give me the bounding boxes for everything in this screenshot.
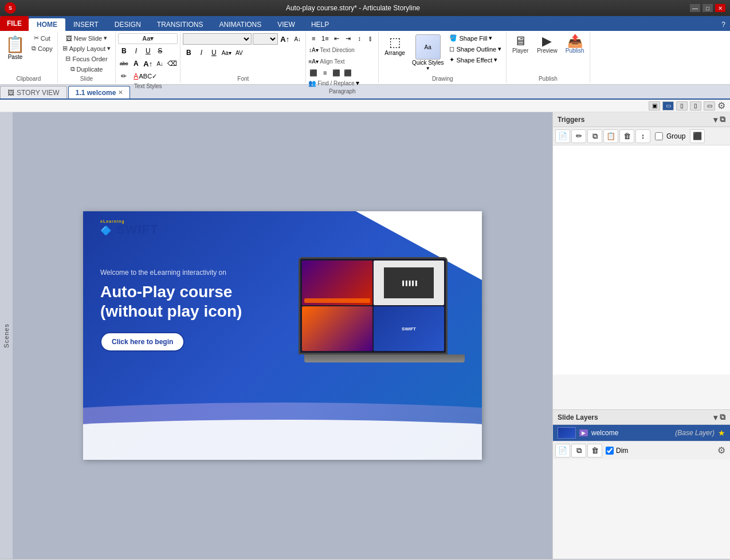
line-spacing-btn[interactable]: ↕: [354, 33, 364, 44]
triggers-extra-btn[interactable]: ⬛: [690, 129, 705, 143]
tab-view[interactable]: VIEW: [269, 18, 303, 31]
slide-tab-welcome[interactable]: 1.1 welcome ✕: [68, 86, 131, 98]
bold-btn2[interactable]: B: [183, 47, 194, 58]
find-replace-label[interactable]: Find / Replace: [317, 80, 354, 86]
tab-file[interactable]: FILE: [0, 16, 29, 31]
base-layer-item[interactable]: ▶ welcome (Base Layer) ★: [553, 425, 730, 441]
duplicate-button[interactable]: ⧉ Duplicate: [60, 64, 113, 74]
delete-layer-btn[interactable]: 🗑: [587, 444, 602, 458]
align-right-btn[interactable]: ⬛: [331, 68, 342, 78]
italic-btn2[interactable]: I: [195, 47, 207, 58]
tab-animations[interactable]: ANIMATIONS: [211, 18, 269, 31]
arrange-button[interactable]: ⬚ Arrange: [381, 33, 409, 58]
shape-outline-button[interactable]: ◻ Shape Outline▾: [447, 44, 504, 54]
font-size-dec[interactable]: A↓: [154, 58, 166, 69]
player-button[interactable]: 🖥 Player: [509, 33, 532, 56]
apply-layout-button[interactable]: ⊞ Apply Layout▾: [60, 44, 113, 53]
publish-button[interactable]: 📤 Publish: [563, 33, 587, 56]
numbering-btn[interactable]: 1≡: [320, 33, 330, 44]
preview-button[interactable]: ▶ Preview: [534, 33, 560, 56]
cut-icon: ✂: [34, 34, 39, 42]
columns-btn[interactable]: ⫿: [366, 33, 376, 44]
move-trigger-btn[interactable]: ↕: [635, 129, 650, 143]
text-styles-dropdown[interactable]: Aa▾: [118, 33, 178, 44]
slide-canvas[interactable]: eLearning 🔷 SWIFT Welcome to the eLearni…: [83, 211, 482, 460]
cut-button[interactable]: ✂ Cut: [29, 33, 55, 43]
shape-fill-button[interactable]: 🪣 Shape Fill▾: [447, 33, 504, 43]
layer-settings-btn[interactable]: ⚙: [715, 445, 728, 456]
font-size-select[interactable]: [253, 33, 278, 45]
close-button[interactable]: ✕: [715, 4, 725, 12]
layers-title: Slide Layers: [558, 413, 598, 421]
view-normal-btn[interactable]: ▣: [649, 101, 660, 111]
align-center-btn[interactable]: ≡: [320, 68, 330, 78]
help-icon[interactable]: ?: [717, 18, 730, 31]
layer-base-label: (Base Layer): [675, 429, 715, 437]
story-view-tab[interactable]: 🖼 STORY VIEW: [0, 86, 67, 98]
strikethrough-button[interactable]: S: [154, 45, 166, 57]
highlight-btn[interactable]: ✏: [118, 70, 129, 82]
case-btn[interactable]: Aa▾: [221, 47, 232, 58]
tab-transitions[interactable]: TRANSITIONS: [149, 18, 211, 31]
copy-button[interactable]: ⧉ Copy: [29, 44, 55, 53]
minimize-button[interactable]: —: [690, 4, 700, 12]
indent-dec-btn[interactable]: ⇤: [331, 33, 342, 44]
indent-inc-btn[interactable]: ⇥: [343, 33, 353, 44]
dim-checkbox[interactable]: [606, 447, 614, 455]
quick-styles-button[interactable]: Aa Quick Styles ▼: [411, 33, 445, 72]
underline-btn2[interactable]: U: [208, 47, 219, 58]
increase-font-btn[interactable]: A↑: [279, 33, 291, 45]
paste-button[interactable]: 📋 Paste: [2, 33, 28, 62]
align-left-btn[interactable]: ⬛: [308, 68, 319, 78]
layers-collapse-btn[interactable]: ▾: [713, 413, 717, 422]
shape-effect-button[interactable]: ✦ Shape Effect▾: [447, 55, 504, 65]
font-color-btn[interactable]: A: [130, 58, 142, 69]
view-settings-button[interactable]: ⚙: [717, 100, 725, 111]
maximize-button[interactable]: □: [702, 4, 713, 12]
italic-button[interactable]: I: [130, 45, 142, 57]
scenes-panel: Scenes: [0, 112, 13, 559]
tab-help[interactable]: HELP: [303, 18, 337, 31]
triggers-collapse-btn[interactable]: ▾: [713, 115, 717, 124]
new-slide-button[interactable]: 🖼 New Slide▾: [60, 33, 113, 43]
layer-visible-icon[interactable]: ★: [718, 428, 725, 437]
clear-format-btn[interactable]: ⌫: [166, 58, 178, 69]
abc-btn[interactable]: abc: [118, 58, 129, 69]
focus-order-button[interactable]: ⊟ Focus Order: [60, 54, 113, 64]
layers-dock-btn[interactable]: ⧉: [720, 412, 725, 422]
tab-insert[interactable]: INSERT: [65, 18, 107, 31]
new-layer-btn[interactable]: 📄: [555, 444, 570, 458]
tab-design[interactable]: DESIGN: [107, 18, 149, 31]
copy-trigger-btn[interactable]: ⧉: [587, 129, 602, 143]
slide-begin-button[interactable]: Click here to begin: [100, 332, 185, 352]
ribbon-group-clipboard: 📋 Paste ✂ Cut ⧉ Copy Clipboard: [0, 32, 58, 83]
copy-layer-btn[interactable]: ⧉: [571, 444, 586, 458]
shape-fill-icon: 🪣: [449, 34, 457, 42]
char-spacing-btn[interactable]: AV: [233, 47, 245, 58]
group-checkbox[interactable]: [655, 132, 663, 140]
bold-button[interactable]: B: [118, 45, 129, 57]
text-dir-btn[interactable]: ↕A▾: [308, 45, 319, 55]
triggers-dock-btn[interactable]: ⧉: [720, 115, 725, 124]
decrease-font-btn[interactable]: A↓: [292, 33, 303, 45]
tab-close-button[interactable]: ✕: [118, 89, 123, 96]
bullets-btn[interactable]: ≡: [308, 33, 319, 44]
tab-home[interactable]: HOME: [29, 18, 65, 31]
view-portrait-btn[interactable]: ▯: [676, 101, 688, 111]
quick-styles-arrow[interactable]: ▼: [426, 66, 430, 71]
font-family-select[interactable]: [183, 33, 252, 45]
ribbon-group-publish: 🖥 Player ▶ Preview 📤 Publish Publish: [507, 32, 590, 83]
align-text-btn[interactable]: ≡A▾: [308, 56, 319, 66]
view-mobile-btn[interactable]: ▭: [704, 101, 715, 111]
edit-trigger-btn[interactable]: ✏: [571, 129, 586, 143]
justify-btn[interactable]: ⬛: [343, 68, 353, 78]
paste-trigger-btn[interactable]: 📋: [603, 129, 618, 143]
view-landscape-btn[interactable]: ▯: [690, 101, 701, 111]
canvas-area[interactable]: eLearning 🔷 SWIFT Welcome to the eLearni…: [13, 112, 552, 559]
view-fit-btn[interactable]: ▭: [662, 101, 674, 111]
spell-btn[interactable]: ABC✓: [142, 70, 154, 82]
underline-button[interactable]: U: [142, 45, 154, 57]
delete-trigger-btn[interactable]: 🗑: [619, 129, 634, 143]
new-trigger-btn[interactable]: 📄: [555, 129, 570, 143]
font-size-inc[interactable]: A↑: [142, 58, 154, 69]
